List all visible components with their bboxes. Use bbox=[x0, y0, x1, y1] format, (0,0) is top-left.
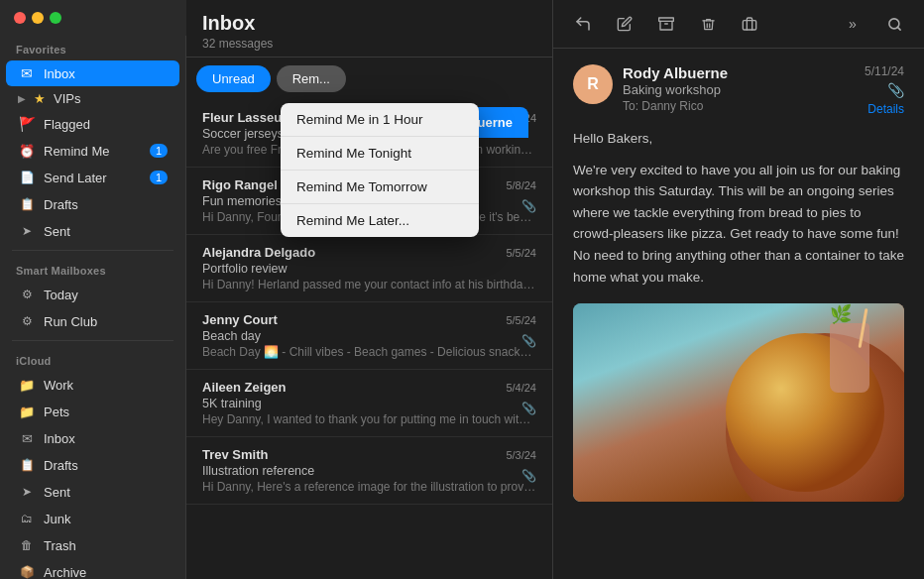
compose-button[interactable] bbox=[611, 10, 638, 38]
email-sender: Alejandra Delgado bbox=[202, 245, 315, 260]
traffic-lights bbox=[0, 0, 186, 36]
drink-glass bbox=[830, 323, 869, 393]
sidebar-item-label: VIPs bbox=[54, 91, 80, 106]
email-view: R Rody Albuerne Baking workshop To: Dann… bbox=[553, 49, 924, 579]
sidebar-item-trash[interactable]: 🗑 Trash bbox=[6, 532, 179, 558]
sidebar-item-icloud-sent[interactable]: ➤ Sent bbox=[6, 479, 179, 505]
avatar: R bbox=[573, 64, 613, 104]
sidebar-item-pets[interactable]: 📁 Pets bbox=[6, 399, 179, 424]
inbox-icon: ✉ bbox=[18, 64, 36, 82]
email-body-text: We're very excited to have you all join … bbox=[573, 160, 904, 289]
email-subject: 5K training bbox=[202, 397, 536, 410]
email-item[interactable]: Aileen Zeigen 5/4/24 5K training Hey Dan… bbox=[186, 370, 552, 437]
email-preview: Beach Day 🌅 - Chill vibes - Beach games … bbox=[202, 345, 536, 359]
favorites-section-title: Favorites bbox=[0, 36, 185, 59]
remind-filter-button[interactable]: Rem... bbox=[277, 65, 346, 92]
attachment-icon: 📎 bbox=[521, 199, 536, 213]
email-date: 5/5/24 bbox=[506, 314, 536, 326]
more-button[interactable]: » bbox=[839, 10, 866, 38]
remind-tomorrow[interactable]: Remind Me Tomorrow bbox=[281, 170, 479, 203]
sidebar-item-vips[interactable]: ▶ ★ VIPs bbox=[6, 87, 179, 110]
email-view-header: R Rody Albuerne Baking workshop To: Dann… bbox=[573, 64, 904, 116]
middle-panel: Inbox 32 messages Unread Rem... Rody Alb… bbox=[186, 0, 553, 579]
email-sender: Trev Smith bbox=[202, 447, 268, 462]
trash-button[interactable] bbox=[694, 10, 722, 38]
sidebar-item-drafts[interactable]: 📋 Drafts bbox=[6, 191, 179, 217]
sidebar-item-label: Work bbox=[44, 378, 73, 393]
email-view-sender: Rody Albuerne bbox=[623, 64, 855, 81]
sidebar-divider-2 bbox=[12, 340, 173, 341]
email-date: 5/3/24 bbox=[506, 449, 536, 461]
details-link[interactable]: Details bbox=[867, 102, 904, 116]
email-image: 🌿 bbox=[573, 303, 904, 502]
pets-folder-icon: 📁 bbox=[18, 403, 36, 420]
sidebar-item-inbox[interactable]: ✉ Inbox bbox=[6, 60, 179, 86]
inbox-title: Inbox bbox=[202, 12, 536, 35]
send-later-icon: 📄 bbox=[18, 169, 36, 186]
sidebar-item-run-club[interactable]: ⚙ Run Club bbox=[6, 308, 179, 334]
remind-icon: ⏰ bbox=[18, 142, 36, 160]
email-preview: Hi Danny, Here's a reference image for t… bbox=[202, 480, 536, 494]
send-later-badge: 1 bbox=[150, 171, 168, 184]
star-icon: ★ bbox=[34, 91, 46, 106]
sidebar-item-label: Inbox bbox=[44, 66, 75, 81]
remind-dropdown: Remind Me in 1 Hour Remind Me Tonight Re… bbox=[281, 103, 479, 237]
remind-badge: 1 bbox=[150, 144, 168, 158]
sidebar-item-work[interactable]: 📁 Work bbox=[6, 372, 179, 398]
chevron-right-icon: ▶ bbox=[18, 93, 26, 104]
svg-rect-2 bbox=[743, 21, 755, 30]
remind-1-hour[interactable]: Remind Me in 1 Hour bbox=[281, 103, 479, 136]
drink-visual: 🌿 bbox=[825, 323, 874, 412]
run-club-icon: ⚙ bbox=[18, 312, 36, 330]
sidebar-item-label: Trash bbox=[44, 538, 76, 553]
sidebar-item-icloud-drafts[interactable]: 📋 Drafts bbox=[6, 452, 179, 478]
close-button[interactable] bbox=[14, 12, 26, 24]
email-body: Hello Bakers, We're very excited to have… bbox=[573, 128, 904, 288]
maximize-button[interactable] bbox=[50, 12, 61, 24]
sidebar-item-flagged[interactable]: 🚩 Flagged bbox=[6, 111, 179, 137]
herb-sprig: 🌿 bbox=[830, 303, 852, 325]
email-date: 5/5/24 bbox=[506, 247, 536, 259]
sidebar-item-icloud-inbox[interactable]: ✉ Inbox bbox=[6, 425, 179, 451]
sidebar-divider-1 bbox=[12, 250, 173, 251]
sidebar-item-junk[interactable]: 🗂 Junk bbox=[6, 506, 179, 531]
archive-button[interactable] bbox=[652, 10, 680, 38]
sidebar-item-label: Remind Me bbox=[44, 144, 109, 159]
sidebar-item-send-later[interactable]: 📄 Send Later 1 bbox=[6, 165, 179, 190]
junk-button[interactable] bbox=[736, 10, 763, 38]
sent-icon: ➤ bbox=[18, 222, 36, 240]
sidebar-item-label: Drafts bbox=[44, 458, 78, 473]
reply-button[interactable] bbox=[569, 10, 597, 38]
email-preview: Hi Danny! Herland passed me your contact… bbox=[202, 278, 536, 291]
svg-line-4 bbox=[897, 27, 900, 30]
sidebar-item-sent[interactable]: ➤ Sent bbox=[6, 218, 179, 244]
sidebar-item-remind-me[interactable]: ⏰ Remind Me 1 bbox=[6, 138, 179, 164]
email-item[interactable]: Alejandra Delgado 5/5/24 Portfolio revie… bbox=[186, 235, 552, 302]
sidebar-item-label: Inbox bbox=[44, 431, 75, 446]
sidebar-item-archive[interactable]: 📦 Archive bbox=[6, 559, 179, 579]
remind-later[interactable]: Remind Me Later... bbox=[281, 203, 479, 237]
email-item[interactable]: Jenny Court 5/5/24 Beach day Beach Day 🌅… bbox=[186, 302, 552, 370]
sidebar-item-label: Send Later bbox=[44, 171, 107, 185]
icloud-section-title: iCloud bbox=[0, 347, 185, 371]
email-item[interactable]: Trev Smith 5/3/24 Illustration reference… bbox=[186, 437, 552, 505]
sidebar-item-label: Junk bbox=[44, 512, 70, 526]
unread-filter-button[interactable]: Unread bbox=[196, 65, 271, 92]
remind-tonight[interactable]: Remind Me Tonight bbox=[281, 136, 479, 170]
email-attachment-indicator: 📎 bbox=[887, 82, 904, 98]
smart-mailboxes-section-title: Smart Mailboxes bbox=[0, 257, 185, 281]
sidebar-item-today[interactable]: ⚙ Today bbox=[6, 282, 179, 307]
email-view-meta: Rody Albuerne Baking workshop To: Danny … bbox=[623, 64, 855, 113]
svg-rect-0 bbox=[659, 18, 674, 21]
search-button[interactable] bbox=[880, 10, 908, 38]
minimize-button[interactable] bbox=[32, 12, 44, 24]
email-item-header: Alejandra Delgado 5/5/24 bbox=[202, 245, 536, 260]
drafts-icon: 📋 bbox=[18, 195, 36, 213]
email-item-header: Aileen Zeigen 5/4/24 bbox=[202, 380, 536, 395]
work-folder-icon: 📁 bbox=[18, 376, 36, 394]
sidebar-item-label: Sent bbox=[44, 224, 70, 239]
attachment-icon: 📎 bbox=[521, 469, 536, 483]
icloud-sent-icon: ➤ bbox=[18, 483, 36, 501]
message-count: 32 messages bbox=[202, 37, 536, 51]
email-subject: Portfolio review bbox=[202, 262, 536, 276]
